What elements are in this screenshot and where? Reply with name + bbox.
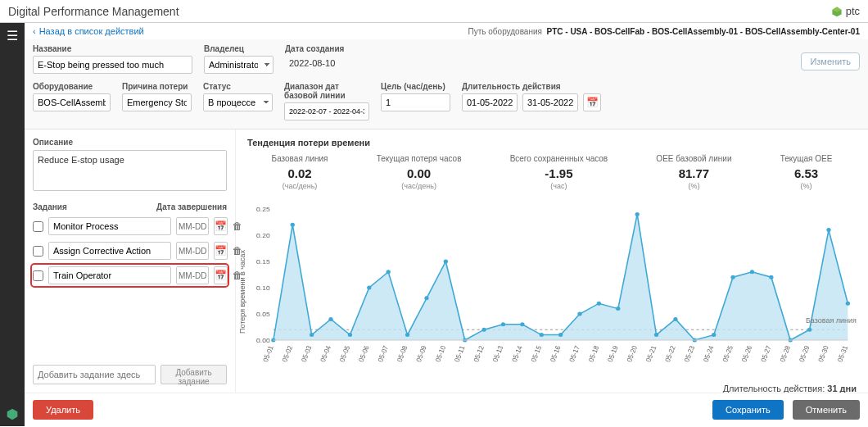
task-checkbox[interactable] — [33, 246, 43, 257]
status-select[interactable]: В процессе — [203, 93, 273, 111]
loss-input[interactable] — [122, 93, 192, 111]
kpi-row: Базовая линия0.02(час/день)Текущая потер… — [247, 154, 857, 190]
task-checkbox[interactable] — [33, 270, 43, 281]
kpi: OEE базовой линии81.77(%) — [656, 154, 731, 190]
range-label: Диапазон дат базовой линии — [284, 82, 369, 100]
task-date-input[interactable] — [176, 242, 209, 260]
equipment-label: Оборудование — [33, 82, 111, 91]
svg-point-16 — [387, 270, 391, 274]
svg-point-33 — [712, 333, 716, 337]
name-label: Название — [33, 44, 192, 53]
kpi-unit: (час) — [510, 182, 608, 190]
left-column: Описание Reduce E-stop usage Задания Дат… — [25, 129, 236, 393]
task-name-input[interactable] — [48, 266, 171, 284]
svg-text:05-02: 05-02 — [281, 344, 294, 363]
calendar-icon[interactable]: 📅 — [583, 93, 601, 111]
svg-text:05-04: 05-04 — [319, 344, 332, 363]
svg-text:05-13: 05-13 — [491, 344, 504, 363]
svg-point-31 — [673, 317, 677, 321]
svg-text:0.15: 0.15 — [256, 258, 270, 266]
svg-point-30 — [654, 333, 658, 337]
calendar-icon[interactable]: 📅 — [214, 242, 228, 260]
sidebar-cube-icon[interactable] — [5, 407, 20, 421]
svg-point-40 — [846, 302, 850, 306]
kpi-unit: (%) — [656, 182, 731, 190]
svg-point-28 — [616, 307, 620, 311]
duration-to-input[interactable] — [522, 93, 578, 111]
svg-point-35 — [750, 270, 754, 274]
task-row: 📅🗑 — [33, 216, 227, 236]
svg-text:05-21: 05-21 — [644, 344, 658, 363]
svg-text:05-19: 05-19 — [607, 344, 620, 363]
svg-point-36 — [769, 275, 773, 279]
svg-text:0.20: 0.20 — [256, 232, 270, 239]
page-title: Digital Performance Management — [8, 5, 179, 18]
svg-point-19 — [444, 260, 448, 264]
kpi-value: 6.53 — [780, 166, 833, 180]
trend-title: Тенденция потери времени — [247, 138, 857, 148]
svg-text:05-12: 05-12 — [472, 344, 486, 363]
calendar-icon[interactable]: 📅 — [214, 217, 228, 235]
svg-point-27 — [597, 302, 601, 306]
task-row: 📅🗑 — [33, 241, 227, 261]
brand-logo: ptc — [831, 5, 860, 17]
svg-text:05-24: 05-24 — [702, 344, 715, 363]
form-area: Название Владелец Administrator Дата соз… — [25, 39, 868, 129]
duration-from-input[interactable] — [462, 93, 518, 111]
tasks-label: Задания — [33, 202, 67, 211]
task-row: 📅🗑 — [33, 266, 227, 285]
desc-text[interactable]: Reduce E-stop usage — [33, 150, 227, 191]
edit-button[interactable]: Изменить — [801, 52, 860, 70]
svg-point-25 — [558, 333, 563, 337]
duration-label: Длительность действия — [462, 82, 601, 91]
equipment-input[interactable] — [33, 93, 111, 111]
kpi-label: Текущая OEE — [780, 154, 833, 163]
right-column: Тенденция потери времени Базовая линия0.… — [236, 129, 868, 393]
task-date-input[interactable] — [176, 266, 209, 284]
svg-point-12 — [310, 333, 314, 337]
back-link[interactable]: ‹ Назад в список действий — [33, 26, 144, 36]
svg-point-21 — [481, 328, 486, 332]
calendar-icon[interactable]: 📅 — [214, 266, 228, 284]
menu-icon[interactable]: ☰ — [7, 28, 18, 43]
name-input[interactable] — [33, 56, 192, 74]
save-button[interactable]: Сохранить — [712, 400, 784, 420]
add-task-button[interactable]: Добавить задание — [160, 365, 227, 384]
task-name-input[interactable] — [48, 242, 171, 260]
kpi-unit: (час/день) — [272, 182, 328, 190]
add-task-input[interactable] — [33, 365, 156, 384]
cancel-button[interactable]: Отменить — [793, 400, 860, 420]
kpi: Всего сохраненных часов-1.95(час) — [510, 154, 608, 190]
svg-text:05-05: 05-05 — [338, 344, 351, 363]
svg-point-15 — [367, 286, 371, 290]
svg-text:05-10: 05-10 — [434, 344, 447, 363]
svg-text:05-25: 05-25 — [721, 344, 735, 363]
owner-select[interactable]: Administrator — [204, 56, 274, 74]
svg-point-18 — [424, 296, 428, 300]
svg-text:05-14: 05-14 — [511, 344, 524, 363]
svg-text:05-01: 05-01 — [262, 344, 275, 363]
status-label: Статус — [203, 82, 273, 91]
kpi: Текущая OEE6.53(%) — [780, 154, 833, 190]
svg-point-14 — [348, 333, 352, 337]
svg-point-29 — [635, 212, 640, 216]
svg-text:05-29: 05-29 — [798, 344, 811, 363]
svg-point-13 — [328, 317, 332, 321]
kpi-unit: (%) — [780, 182, 833, 190]
chart-ylabel: Потеря времени в часах — [238, 250, 246, 334]
target-input[interactable] — [381, 93, 450, 111]
task-date-input[interactable] — [176, 217, 209, 235]
task-name-input[interactable] — [48, 217, 171, 235]
sidebar: ☰ — [0, 23, 25, 426]
delete-button[interactable]: Удалить — [33, 400, 93, 420]
svg-point-11 — [291, 223, 295, 227]
svg-text:05-03: 05-03 — [300, 344, 313, 363]
svg-text:05-23: 05-23 — [683, 344, 696, 363]
ptc-logo-icon — [831, 6, 843, 17]
footer: Удалить Сохранить Отменить — [25, 393, 868, 426]
range-input[interactable] — [284, 102, 369, 120]
svg-point-26 — [577, 312, 581, 316]
desc-label: Описание — [33, 138, 227, 147]
task-checkbox[interactable] — [33, 221, 43, 232]
svg-point-39 — [826, 228, 830, 232]
